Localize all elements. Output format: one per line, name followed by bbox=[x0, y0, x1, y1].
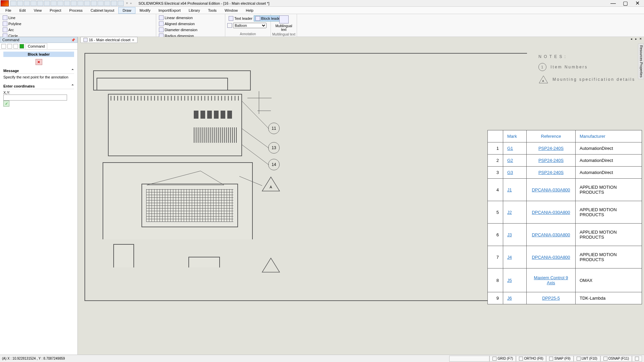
cmd-line[interactable]: Line bbox=[1, 15, 32, 21]
tab-close-all-icon[interactable]: ✕ bbox=[639, 37, 643, 41]
qat-btn6-icon[interactable] bbox=[44, 1, 50, 6]
balloon-11: 11 bbox=[268, 123, 280, 134]
qat-btn11-icon[interactable] bbox=[77, 1, 83, 6]
menu-modify[interactable]: Modify bbox=[135, 7, 154, 13]
minimize-button[interactable]: — bbox=[607, 0, 619, 6]
menu-import-export[interactable]: Import/Export bbox=[155, 7, 185, 13]
reference-link[interactable]: PSP24-240S bbox=[538, 146, 564, 151]
reference-link[interactable]: DPCANIA-030A800 bbox=[532, 210, 570, 215]
users-icon bbox=[635, 357, 639, 361]
message-header[interactable]: Message⌃ bbox=[3, 68, 74, 74]
qat-btn12-icon[interactable] bbox=[84, 1, 90, 6]
status-ortho[interactable]: ORTHO (F8) bbox=[516, 356, 546, 362]
drawing-canvas[interactable]: 16 - Main electrical closet ✕ ◂ ▸ ✕ bbox=[78, 37, 644, 355]
property-title: Block leader bbox=[3, 52, 74, 57]
qat-btn5-icon[interactable] bbox=[37, 1, 43, 6]
qat-btn10-icon[interactable] bbox=[71, 1, 77, 6]
mark-link[interactable]: J3 bbox=[507, 232, 512, 237]
drives-row bbox=[194, 127, 238, 143]
mark-link[interactable]: G3 bbox=[507, 170, 513, 175]
grid-icon bbox=[492, 357, 496, 361]
ribbon: Line Polyline Arc Circle Ellipse Ellipti… bbox=[0, 14, 644, 37]
mark-link[interactable]: G1 bbox=[507, 146, 513, 151]
note-item-2: Mounting specification details bbox=[552, 77, 635, 82]
confirm-button[interactable]: ✓ bbox=[3, 101, 9, 107]
qat-new-icon[interactable] bbox=[10, 1, 16, 6]
mark-link[interactable]: J2 bbox=[507, 210, 512, 215]
menu-process[interactable]: Process bbox=[65, 7, 87, 13]
table-row: 1 G1 PSP24-240S AutomationDirect bbox=[488, 142, 642, 155]
qat-btn17-icon[interactable] bbox=[118, 1, 124, 6]
tab-command-label[interactable]: Command bbox=[25, 43, 47, 49]
menu-draw[interactable]: Draw bbox=[118, 7, 136, 14]
qat-btn13-icon[interactable] bbox=[91, 1, 97, 6]
menu-edit[interactable]: Edit bbox=[15, 7, 30, 13]
collapse-icon[interactable]: ⌃ bbox=[71, 68, 74, 73]
mark-link[interactable]: J1 bbox=[507, 187, 512, 192]
tab-ico2[interactable] bbox=[7, 44, 12, 49]
menu-tools[interactable]: Tools bbox=[204, 7, 221, 13]
menu-project[interactable]: Project bbox=[46, 7, 65, 13]
close-button[interactable]: ✕ bbox=[631, 0, 643, 6]
mark-link[interactable]: J5 bbox=[507, 278, 512, 283]
tab-ico4[interactable] bbox=[19, 44, 24, 49]
qat-btn14-icon[interactable] bbox=[98, 1, 104, 6]
status-snap[interactable]: SNAP (F9) bbox=[546, 356, 573, 362]
titlebar: ▾ • SOLIDWORKS Electrical x64 Profession… bbox=[0, 0, 644, 7]
maximize-button[interactable]: ▢ bbox=[619, 0, 631, 6]
balloon-select[interactable]: Balloon bbox=[233, 23, 267, 28]
cmd-linear-dim[interactable]: Linear dimension bbox=[158, 15, 199, 21]
menu-file[interactable]: File bbox=[1, 7, 15, 13]
balloon-14: 14 bbox=[268, 159, 280, 170]
qat-redo-icon[interactable] bbox=[31, 1, 37, 6]
reference-link[interactable]: PSP24-240S bbox=[538, 170, 564, 175]
osnap-icon bbox=[603, 357, 607, 361]
pin-icon[interactable]: 📌 bbox=[71, 38, 75, 42]
aligned-dim-icon bbox=[159, 21, 164, 26]
cmd-aligned-dim[interactable]: Aligned dimension bbox=[158, 21, 199, 27]
cmd-multilingual-text[interactable]: Multilingual text bbox=[272, 15, 295, 32]
reference-link[interactable]: DPCANIA-030A800 bbox=[532, 187, 570, 192]
cmd-text-leader[interactable]: Text leader bbox=[227, 15, 254, 21]
qat-save-icon[interactable] bbox=[17, 1, 23, 6]
coords-header[interactable]: Enter coordinates⌃ bbox=[3, 83, 74, 89]
menu-cabinet-layout[interactable]: Cabinet layout bbox=[86, 7, 118, 13]
status-lwt[interactable]: LWT (F10) bbox=[574, 356, 600, 362]
tab-ico1[interactable] bbox=[1, 44, 6, 49]
status-osnap[interactable]: OSNAP (F11) bbox=[600, 356, 632, 362]
cmd-polyline[interactable]: Polyline bbox=[1, 21, 32, 27]
reference-link[interactable]: PSP24-240S bbox=[538, 158, 564, 163]
right-rail-tabs[interactable]: Resources Properties bbox=[638, 44, 644, 79]
qat-undo-icon[interactable] bbox=[24, 1, 30, 6]
status-users[interactable] bbox=[632, 356, 642, 362]
qat-btn8-icon[interactable] bbox=[57, 1, 63, 6]
menu-view[interactable]: View bbox=[30, 7, 46, 13]
menu-window[interactable]: Window bbox=[221, 7, 242, 13]
reference-link[interactable]: DPP25-5 bbox=[542, 296, 560, 301]
block-leader-icon bbox=[255, 16, 260, 21]
document-tab[interactable]: 16 - Main electrical closet ✕ bbox=[80, 37, 137, 43]
cmd-diameter-dim[interactable]: Diameter dimension bbox=[158, 27, 199, 33]
tab-next-icon[interactable]: ▸ bbox=[634, 37, 638, 41]
coord-input[interactable] bbox=[3, 95, 67, 101]
qat-btn9-icon[interactable] bbox=[64, 1, 70, 6]
reference-link[interactable]: DPCANIA-030A800 bbox=[532, 232, 570, 237]
collapse-icon[interactable]: ⌃ bbox=[71, 84, 74, 88]
qat-btn16-icon[interactable] bbox=[111, 1, 117, 6]
cmd-arc[interactable]: Arc bbox=[1, 27, 32, 33]
reference-link[interactable]: DPCANIA-030A800 bbox=[532, 255, 570, 260]
reference-link[interactable]: Maxiem Control 9 Axis bbox=[534, 275, 568, 285]
mark-link[interactable]: G2 bbox=[507, 158, 513, 163]
cancel-button[interactable]: ✕ bbox=[36, 59, 42, 65]
mark-link[interactable]: J6 bbox=[507, 296, 512, 301]
qat-btn15-icon[interactable] bbox=[104, 1, 110, 6]
mark-link[interactable]: J4 bbox=[507, 255, 512, 260]
menu-library[interactable]: Library bbox=[185, 7, 204, 13]
tab-prev-icon[interactable]: ◂ bbox=[629, 37, 633, 41]
status-grid[interactable]: GRID (F7) bbox=[489, 356, 516, 362]
status-layer[interactable] bbox=[449, 356, 489, 362]
qat-btn7-icon[interactable] bbox=[51, 1, 57, 6]
tab-close-icon[interactable]: ✕ bbox=[132, 38, 134, 42]
tab-ico3[interactable] bbox=[13, 44, 18, 49]
menu-help[interactable]: Help bbox=[242, 7, 257, 13]
